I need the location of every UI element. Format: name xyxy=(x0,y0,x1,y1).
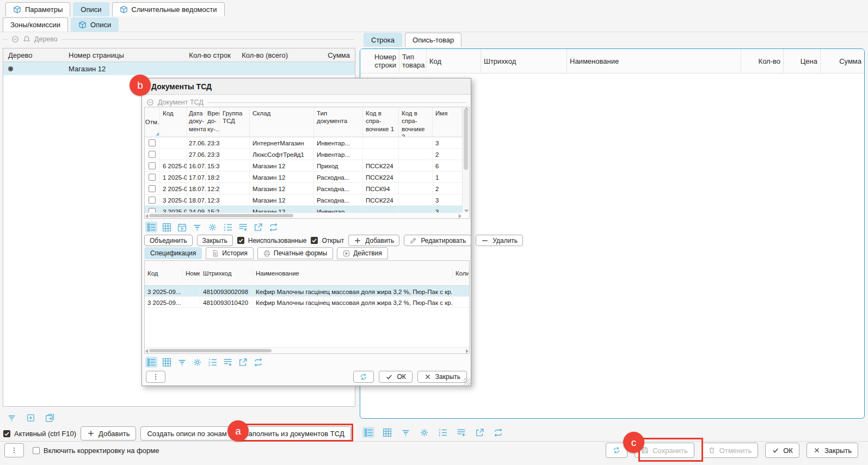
numbered-list-icon[interactable] xyxy=(206,357,218,368)
table-row[interactable]: 3 2025-09...4810093010420Кефир Малочны г… xyxy=(145,297,469,308)
table-row[interactable]: 3 2025-09...24.09.2515:23Магазин 12Инвен… xyxy=(145,206,462,212)
column-header-page-number[interactable]: Номер страницы xyxy=(66,50,175,61)
unused-checkbox[interactable] xyxy=(237,237,244,244)
filter-icon[interactable] xyxy=(176,357,188,368)
menu-button[interactable] xyxy=(4,443,24,457)
collapse-icon[interactable] xyxy=(146,99,154,106)
column-header-name[interactable]: Наименование xyxy=(253,268,453,278)
settings-icon[interactable] xyxy=(191,357,203,368)
horizontal-scrollbar[interactable] xyxy=(145,347,469,353)
column-header-quantity[interactable]: Кол-во xyxy=(741,49,784,73)
column-header-doc-type[interactable]: Тип документа xyxy=(314,107,363,137)
edit-document-button[interactable]: Редактировать xyxy=(404,235,471,246)
delete-document-button[interactable]: Удалить xyxy=(476,235,523,246)
refresh-button[interactable] xyxy=(353,371,374,383)
add-document-button[interactable]: Добавить xyxy=(348,235,399,246)
column-header-number[interactable]: Номер xyxy=(183,268,200,278)
column-header-item-type[interactable]: Тип товара xyxy=(399,49,427,73)
menu-button[interactable] xyxy=(146,371,165,383)
tab-print-forms[interactable]: Печатные формы xyxy=(257,247,333,259)
append-rows-icon[interactable] xyxy=(221,357,233,368)
column-header-row-count[interactable]: Кол-во строк xyxy=(175,50,233,61)
grid-view-icon[interactable] xyxy=(381,427,393,438)
scroll-left-icon[interactable] xyxy=(145,349,148,353)
column-header-barcode[interactable]: Штрихкод xyxy=(200,268,253,278)
table-row[interactable]: 27.06.2423:36ЛюксСофтТрейд1Инвентар...2 xyxy=(145,149,462,160)
close-dialog-button[interactable]: Закрыть xyxy=(417,371,467,383)
tab-inventories[interactable]: Описи xyxy=(73,2,109,16)
row-checkbox[interactable] xyxy=(149,208,156,213)
row-checkbox[interactable] xyxy=(149,139,156,146)
open-in-window-icon[interactable] xyxy=(237,357,249,368)
append-rows-icon[interactable] xyxy=(237,222,249,233)
create-by-zones-button[interactable]: Создать описи по зонам xyxy=(140,426,233,440)
numbered-list-icon[interactable] xyxy=(436,427,448,438)
collapse-icon[interactable] xyxy=(11,35,19,43)
ok-button[interactable]: ОК xyxy=(379,371,412,383)
open-in-window-icon[interactable] xyxy=(473,427,485,438)
add-multiple-boxes-icon[interactable] xyxy=(44,412,56,423)
row-checkbox[interactable] xyxy=(149,151,156,158)
tab-inventory-goods[interactable]: Опись-товар xyxy=(405,33,461,47)
tab-history[interactable]: История xyxy=(206,247,254,259)
column-header-warehouse[interactable]: Склад xyxy=(250,107,314,137)
filter-icon[interactable] xyxy=(399,427,411,438)
close-doc-button[interactable]: Закрыть xyxy=(197,235,233,246)
list-view-icon[interactable] xyxy=(362,427,374,438)
vertical-scrollbar[interactable] xyxy=(462,107,469,212)
tab-specification[interactable]: Спецификация xyxy=(144,247,202,259)
column-header-doc-time[interactable]: Врем до- ку-... xyxy=(206,107,220,137)
dialog-title-bar[interactable]: Документы ТСД xyxy=(142,78,471,95)
scroll-right-icon[interactable] xyxy=(466,349,469,353)
tab-parameters[interactable]: Параметры xyxy=(5,2,70,16)
column-header-tree[interactable]: Дерево xyxy=(3,50,66,61)
tab-line[interactable]: Строка xyxy=(364,33,402,47)
row-checkbox[interactable] xyxy=(149,185,156,192)
scroll-right-icon[interactable] xyxy=(459,214,461,218)
scroll-left-icon[interactable] xyxy=(145,214,148,218)
open-checkbox[interactable] xyxy=(311,237,318,244)
table-row[interactable]: 27.06.2423:31ИнтернетМагазинИнвентар...3 xyxy=(145,137,462,149)
table-row[interactable]: 3 2025-07...18.07.2512:39Магазин 12Расхо… xyxy=(145,194,462,206)
column-header-tsd-group[interactable]: Группа ТСД xyxy=(220,107,250,137)
column-header-barcode[interactable]: Штрихкод xyxy=(481,49,567,73)
add-button[interactable]: Добавить xyxy=(81,426,136,440)
tab-zones-commissions[interactable]: Зоны/комиссии xyxy=(3,17,68,32)
open-in-window-icon[interactable] xyxy=(252,222,264,233)
column-header-ref-code-1[interactable]: Код в спра- вочнике 1 xyxy=(363,107,399,137)
refresh-loop-icon[interactable] xyxy=(492,427,504,438)
column-header-doc-date[interactable]: Дата доку- мента xyxy=(187,107,206,137)
scrollbar-thumb[interactable] xyxy=(464,109,468,170)
horizontal-scrollbar[interactable] xyxy=(145,212,462,218)
calendar-icon[interactable] xyxy=(176,222,188,233)
column-header-ref-code-2[interactable]: Код в спра- вочнике 2 xyxy=(399,107,433,137)
settings-icon[interactable] xyxy=(206,222,218,233)
column-header-code[interactable]: Код xyxy=(427,49,481,73)
form-correction-checkbox[interactable] xyxy=(33,447,40,454)
row-checkbox[interactable] xyxy=(149,162,156,169)
list-view-icon[interactable] xyxy=(145,222,157,233)
list-view-icon[interactable] xyxy=(145,357,157,368)
column-header-name[interactable]: Имя xyxy=(433,107,462,137)
tab-inventories-sub[interactable]: Описи xyxy=(71,17,119,32)
filter-icon[interactable] xyxy=(5,412,17,423)
column-header-name[interactable]: Наименование xyxy=(567,49,741,73)
refresh-loop-icon[interactable] xyxy=(252,357,264,368)
table-row[interactable]: Магазин 12 xyxy=(3,62,355,75)
column-header-code[interactable]: Код xyxy=(145,268,183,278)
grid-view-icon[interactable] xyxy=(161,222,173,233)
table-row[interactable]: 6 2025-07...16.07.2515:33Магазин 12Прихо… xyxy=(145,160,462,172)
row-checkbox[interactable] xyxy=(149,197,156,204)
append-rows-icon[interactable] xyxy=(455,427,467,438)
column-header-total-count[interactable]: Кол-во (всего) xyxy=(233,50,291,61)
column-header-sum[interactable]: Сумма xyxy=(821,49,864,73)
column-header-sum[interactable]: Сумма xyxy=(291,50,355,61)
column-header-price[interactable]: Цена xyxy=(784,49,821,73)
tab-comparison-sheets[interactable]: Сличительные ведомости xyxy=(112,2,225,16)
table-row[interactable]: 2 2025-07...18.07.2512:28Магазин 12Расхо… xyxy=(145,183,462,194)
settings-icon[interactable] xyxy=(418,427,430,438)
resize-grip[interactable] xyxy=(464,378,470,385)
table-row[interactable]: 1 2025-07...17.07.2518:22Магазин 12Расхо… xyxy=(145,172,462,183)
grid-view-icon[interactable] xyxy=(161,357,173,368)
refresh-loop-icon[interactable] xyxy=(267,222,279,233)
